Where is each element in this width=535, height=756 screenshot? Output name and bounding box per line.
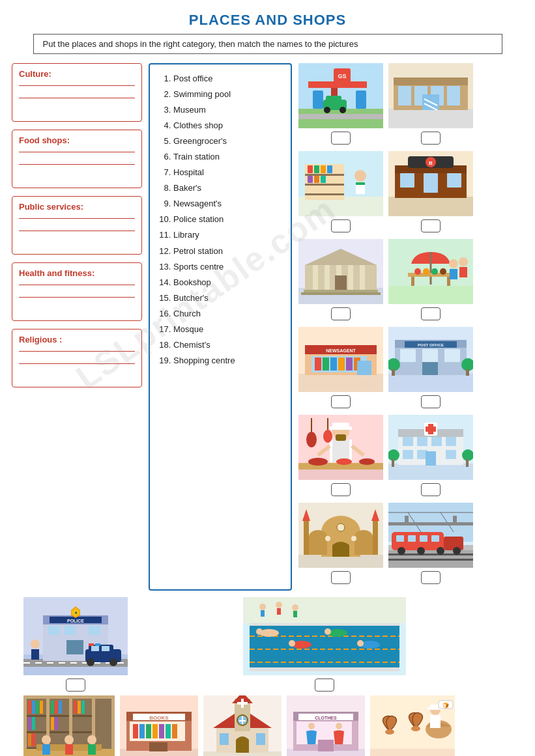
svg-rect-252 bbox=[55, 717, 58, 730]
list-item: Sports centre bbox=[173, 259, 279, 275]
svg-rect-301 bbox=[318, 740, 334, 751]
svg-rect-202 bbox=[95, 643, 100, 646]
list-item: Bookshop bbox=[173, 275, 279, 290]
svg-rect-190 bbox=[64, 626, 76, 635]
word-list: Post office Swimming pool Museum Clothes… bbox=[149, 63, 292, 591]
answer-box-gas[interactable] bbox=[331, 132, 351, 145]
public-services-label: Public services: bbox=[19, 202, 135, 212]
police-cell: POLICE ★ bbox=[23, 597, 128, 692]
answer-box-market[interactable] bbox=[421, 307, 441, 320]
svg-rect-148 bbox=[354, 537, 373, 555]
list-item: Train station bbox=[173, 149, 279, 165]
svg-rect-166 bbox=[420, 535, 427, 542]
svg-point-119 bbox=[308, 458, 328, 466]
svg-point-121 bbox=[359, 458, 375, 465]
svg-point-300 bbox=[336, 723, 342, 729]
svg-rect-250 bbox=[59, 701, 62, 714]
svg-text:NEWSAGENT: NEWSAGENT bbox=[326, 348, 356, 353]
burger-cell: B bbox=[388, 151, 473, 232]
svg-point-12 bbox=[340, 107, 346, 113]
svg-rect-238 bbox=[72, 731, 92, 733]
svg-rect-17 bbox=[398, 86, 411, 105]
answer-box-swimming[interactable] bbox=[315, 679, 334, 692]
mosque-cell bbox=[298, 503, 383, 584]
svg-point-11 bbox=[324, 107, 330, 113]
svg-rect-39 bbox=[356, 182, 365, 185]
svg-rect-75 bbox=[459, 267, 467, 277]
svg-point-304 bbox=[385, 729, 394, 735]
svg-rect-254 bbox=[78, 701, 81, 714]
svg-rect-222 bbox=[277, 608, 281, 615]
svg-rect-201 bbox=[89, 643, 94, 646]
svg-rect-33 bbox=[327, 165, 332, 173]
butcher-cell bbox=[298, 415, 383, 496]
svg-rect-29 bbox=[305, 193, 344, 195]
svg-rect-237 bbox=[72, 715, 92, 717]
list-item: Library bbox=[173, 227, 279, 243]
answer-box-train[interactable] bbox=[421, 571, 441, 584]
svg-point-153 bbox=[337, 524, 345, 531]
answer-box-bank[interactable] bbox=[331, 307, 351, 320]
svg-point-221 bbox=[276, 602, 282, 608]
answer-box-mall[interactable] bbox=[421, 132, 441, 145]
svg-rect-65 bbox=[408, 273, 454, 277]
svg-rect-57 bbox=[348, 265, 353, 290]
list-item: Church bbox=[173, 306, 279, 322]
answer-box-burger[interactable] bbox=[421, 219, 441, 232]
svg-point-305 bbox=[411, 726, 420, 731]
svg-rect-261 bbox=[65, 744, 73, 755]
svg-point-299 bbox=[308, 723, 315, 729]
answer-box-supermarket[interactable] bbox=[331, 219, 351, 232]
svg-rect-234 bbox=[50, 715, 69, 717]
svg-rect-167 bbox=[431, 535, 439, 542]
svg-point-213 bbox=[289, 640, 295, 647]
gas-station-image: GS bbox=[298, 63, 383, 128]
svg-rect-128 bbox=[426, 427, 436, 432]
train-station-image bbox=[388, 503, 473, 568]
gas-station-cell: GS bbox=[298, 63, 383, 145]
answer-box-newsagent[interactable] bbox=[331, 395, 351, 408]
answer-box-hospital[interactable] bbox=[421, 483, 441, 496]
list-item: Greengrocer's bbox=[173, 133, 279, 149]
svg-rect-275 bbox=[159, 724, 164, 738]
svg-rect-209 bbox=[250, 667, 399, 671]
answer-box-post-office-img[interactable] bbox=[421, 395, 441, 408]
svg-point-217 bbox=[357, 640, 364, 647]
religious-label: Religious : bbox=[19, 335, 135, 344]
svg-point-154 bbox=[325, 536, 330, 541]
svg-rect-130 bbox=[417, 437, 427, 446]
culture-label: Culture: bbox=[19, 69, 135, 79]
svg-point-74 bbox=[459, 257, 468, 266]
list-item: Chemist's bbox=[173, 337, 279, 353]
svg-rect-235 bbox=[50, 731, 69, 733]
list-item: Post office bbox=[173, 71, 279, 87]
svg-rect-245 bbox=[32, 717, 35, 730]
svg-text:BOOKS: BOOKS bbox=[149, 715, 169, 721]
svg-rect-251 bbox=[51, 717, 54, 730]
svg-rect-249 bbox=[55, 701, 58, 714]
svg-rect-48 bbox=[424, 173, 438, 193]
svg-rect-131 bbox=[431, 437, 442, 446]
answer-box-police[interactable] bbox=[66, 679, 85, 692]
bank-image bbox=[298, 239, 383, 304]
list-item: Shopping centre bbox=[173, 353, 279, 369]
answer-box-mosque[interactable] bbox=[331, 571, 351, 584]
svg-point-71 bbox=[440, 268, 446, 275]
page-title: PLACES AND SHOPS bbox=[0, 0, 535, 34]
svg-point-72 bbox=[449, 259, 458, 268]
post-office-img-cell: POST OFFICE bbox=[388, 327, 473, 408]
religious-category: Religious : bbox=[12, 329, 142, 387]
svg-rect-276 bbox=[166, 724, 171, 738]
svg-rect-86 bbox=[338, 357, 345, 371]
svg-rect-2 bbox=[298, 114, 383, 119]
svg-rect-175 bbox=[388, 522, 473, 525]
svg-rect-271 bbox=[133, 724, 138, 738]
culture-category: Culture: bbox=[12, 63, 142, 122]
food-shops-label: Food shops: bbox=[19, 135, 135, 145]
svg-rect-253 bbox=[74, 701, 77, 714]
clothes-shop-image: CLOTHES bbox=[287, 695, 365, 756]
answer-box-butcher[interactable] bbox=[331, 483, 351, 496]
svg-rect-31 bbox=[314, 165, 319, 173]
library-image bbox=[23, 695, 115, 756]
list-item: Swimming pool bbox=[173, 87, 279, 102]
